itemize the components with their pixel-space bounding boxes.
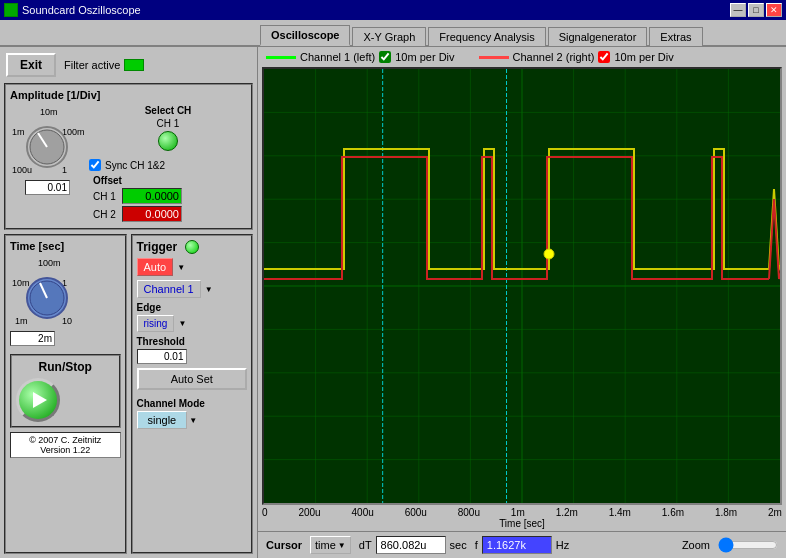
- ch2-offset-label: CH 2: [93, 209, 118, 220]
- run-stop-section: Run/Stop: [10, 354, 121, 428]
- f-input[interactable]: [482, 536, 552, 554]
- ch2-line-indicator: [479, 56, 509, 59]
- auto-dropdown-arrow[interactable]: ▼: [177, 263, 185, 272]
- x-label-1.6m: 1.6m: [662, 507, 684, 518]
- time-spinner[interactable]: [10, 331, 121, 346]
- dt-input[interactable]: [376, 536, 446, 554]
- ch2-legend-label: Channel 2 (right): [513, 51, 595, 63]
- auto-button[interactable]: Auto: [137, 258, 174, 276]
- ch2-offset-input[interactable]: [122, 206, 182, 222]
- exit-button[interactable]: Exit: [6, 53, 56, 77]
- oscilloscope-display[interactable]: [262, 67, 782, 505]
- channel-legend: Channel 1 (left) 10m per Div Channel 2 (…: [258, 47, 786, 67]
- single-dropdown-arrow[interactable]: ▼: [189, 416, 197, 425]
- single-button[interactable]: single: [137, 411, 188, 429]
- ch1-label: CH 1: [157, 118, 180, 129]
- maximize-button[interactable]: □: [748, 3, 764, 17]
- x-label-800u: 800u: [458, 507, 480, 518]
- time-knob[interactable]: 100m 10m 1 1m 10: [10, 256, 85, 331]
- oscilloscope-grid: [264, 69, 780, 503]
- svg-text:10m: 10m: [40, 107, 58, 117]
- threshold-spinner[interactable]: [137, 349, 248, 364]
- cursor-type-value: time: [315, 539, 336, 551]
- svg-text:1: 1: [62, 165, 67, 175]
- ch1-offset-label: CH 1: [93, 191, 118, 202]
- right-panel: Channel 1 (left) 10m per Div Channel 2 (…: [258, 47, 786, 558]
- left-panel: Exit Filter active Amplitude [1/Div]: [0, 47, 258, 558]
- channel-button[interactable]: Channel 1: [137, 280, 201, 298]
- x-label-200u: 200u: [298, 507, 320, 518]
- amplitude-spinner[interactable]: [25, 180, 70, 195]
- run-stop-button[interactable]: [16, 378, 60, 422]
- dt-label: dT: [359, 539, 372, 551]
- offset-area: Offset CH 1 CH 2: [93, 175, 247, 224]
- cursor-bar: Cursor time ▼ dT sec f Hz Zoom: [258, 531, 786, 558]
- time-section: Time [sec] 100m 10m 1 1m 10: [4, 234, 127, 554]
- time-axis-label: Time [sec]: [258, 518, 786, 531]
- amplitude-section: Amplitude [1/Div] 10m 1m 100m 100u 1: [4, 83, 253, 230]
- x-label-1.2m: 1.2m: [556, 507, 578, 518]
- copyright: © 2007 C. Zeitnitz Version 1.22: [10, 432, 121, 458]
- svg-text:10m: 10m: [12, 278, 30, 288]
- svg-text:100m: 100m: [38, 258, 61, 268]
- title-bar: Soundcard Oszilloscope — □ ✕: [0, 0, 786, 20]
- app-icon: [4, 3, 18, 17]
- auto-set-button[interactable]: Auto Set: [137, 368, 248, 390]
- sync-row: Sync CH 1&2: [89, 159, 247, 171]
- sync-label: Sync CH 1&2: [105, 160, 165, 171]
- f-label: f: [475, 539, 478, 551]
- threshold-label: Threshold: [137, 336, 248, 347]
- channel-dropdown-arrow[interactable]: ▼: [205, 285, 213, 294]
- cursor-type-arrow: ▼: [338, 541, 346, 550]
- channel-mode-label: Channel Mode: [137, 398, 248, 409]
- ch1-legend-label: Channel 1 (left): [300, 51, 375, 63]
- ch1-offset-input[interactable]: [122, 188, 182, 204]
- tab-extras[interactable]: Extras: [649, 27, 702, 46]
- x-axis-labels: 0 200u 400u 600u 800u 1m 1.2m 1.4m 1.6m …: [258, 505, 786, 518]
- window-title: Soundcard Oszilloscope: [22, 4, 141, 16]
- ch2-per-div: 10m per Div: [614, 51, 673, 63]
- ch1-line-indicator: [266, 56, 296, 59]
- cursor-label: Cursor: [266, 539, 302, 551]
- ch1-visible-checkbox[interactable]: [379, 51, 391, 63]
- cursor-type-dropdown[interactable]: time ▼: [310, 536, 351, 554]
- svg-text:100u: 100u: [12, 165, 32, 175]
- dt-unit: sec: [450, 539, 467, 551]
- trigger-title: Trigger: [137, 240, 178, 254]
- tab-oscilloscope[interactable]: Oscilloscope: [260, 25, 350, 46]
- select-ch-label: Select CH: [145, 105, 192, 116]
- x-label-1.8m: 1.8m: [715, 507, 737, 518]
- sync-checkbox[interactable]: [89, 159, 101, 171]
- f-field: f Hz: [475, 536, 570, 554]
- zoom-slider[interactable]: [718, 537, 778, 553]
- svg-point-36: [544, 249, 554, 259]
- rising-button[interactable]: rising: [137, 315, 175, 332]
- tab-signal-generator[interactable]: Signalgenerator: [548, 27, 648, 46]
- filter-led: [124, 59, 144, 71]
- play-icon: [33, 392, 47, 408]
- minimize-button[interactable]: —: [730, 3, 746, 17]
- time-value-input[interactable]: [10, 331, 55, 346]
- run-stop-title: Run/Stop: [16, 360, 115, 374]
- amplitude-title: Amplitude [1/Div]: [10, 89, 247, 101]
- tab-bar: Oscilloscope X-Y Graph Frequency Analysi…: [0, 20, 786, 47]
- ch2-visible-checkbox[interactable]: [598, 51, 610, 63]
- edge-label: Edge: [137, 302, 248, 313]
- amplitude-value-input[interactable]: [25, 180, 70, 195]
- amplitude-knob[interactable]: 10m 1m 100m 100u 1: [10, 105, 85, 180]
- rising-dropdown-arrow[interactable]: ▼: [178, 319, 186, 328]
- svg-text:1m: 1m: [12, 127, 25, 137]
- ch1-led[interactable]: [158, 131, 178, 151]
- tab-xy-graph[interactable]: X-Y Graph: [352, 27, 426, 46]
- ch1-per-div: 10m per Div: [395, 51, 454, 63]
- x-label-2m: 2m: [768, 507, 782, 518]
- close-button[interactable]: ✕: [766, 3, 782, 17]
- x-label-600u: 600u: [405, 507, 427, 518]
- x-label-1.4m: 1.4m: [609, 507, 631, 518]
- svg-text:100m: 100m: [62, 127, 85, 137]
- filter-active-label: Filter active: [64, 59, 120, 71]
- zoom-label: Zoom: [682, 539, 710, 551]
- tab-frequency-analysis[interactable]: Frequency Analysis: [428, 27, 545, 46]
- threshold-input[interactable]: [137, 349, 187, 364]
- svg-text:1m: 1m: [15, 316, 28, 326]
